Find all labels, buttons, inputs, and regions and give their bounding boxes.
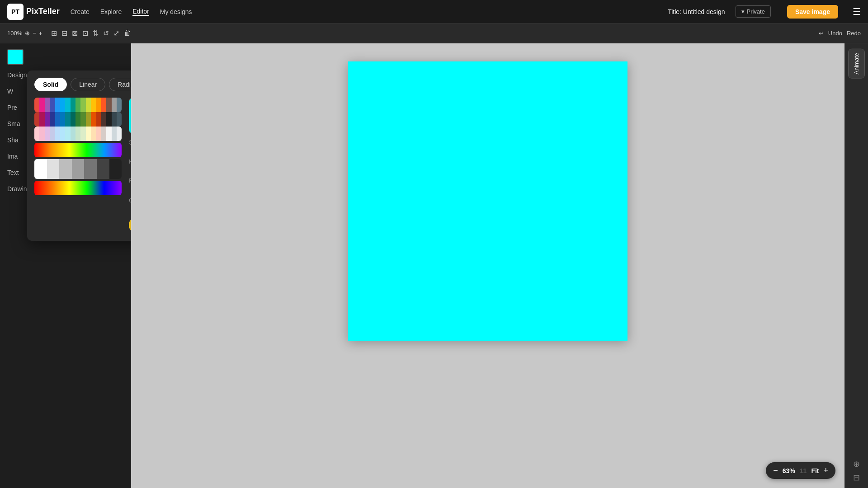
animate-button[interactable]: Animate	[848, 49, 865, 79]
swatch[interactable]	[65, 112, 70, 127]
swatch[interactable]	[39, 112, 44, 127]
swatch[interactable]	[96, 98, 101, 112]
swatch-lgray[interactable]	[47, 159, 60, 179]
swatch[interactable]	[101, 127, 106, 141]
main-toolbar: 100% ⊕ − + ⊞ ⊟ ⊠ ⊡ ⇅ ↺ ⤢ 🗑 ↩ Undo Redo	[0, 23, 868, 43]
zoom-minus-icon[interactable]: −	[33, 30, 36, 37]
swatch[interactable]	[75, 127, 80, 141]
align-left-icon[interactable]: ⊞	[51, 29, 57, 38]
save-button[interactable]: Save image	[787, 5, 838, 19]
swatch[interactable]	[80, 98, 85, 112]
menu-button[interactable]: ☰	[853, 6, 861, 17]
swatch[interactable]	[34, 127, 39, 141]
swatch[interactable]	[86, 112, 91, 127]
sidebar-label-sma: Sma	[7, 120, 20, 127]
swatch[interactable]	[117, 112, 122, 127]
swatch[interactable]	[71, 112, 75, 127]
swatch[interactable]	[101, 112, 106, 127]
align-right-icon[interactable]: ⊠	[72, 29, 78, 38]
swatch[interactable]	[101, 98, 106, 112]
swatch[interactable]	[39, 127, 44, 141]
swatch[interactable]	[65, 98, 70, 112]
design-canvas[interactable]	[348, 61, 627, 341]
swatch[interactable]	[60, 98, 65, 112]
swatch-dgray[interactable]	[84, 159, 97, 179]
flip-icon[interactable]: ⇅	[93, 29, 99, 38]
swatch[interactable]	[112, 127, 117, 141]
swatch[interactable]	[71, 127, 75, 141]
undo-icon[interactable]: ↩	[819, 30, 824, 37]
swatch[interactable]	[45, 127, 50, 141]
swatch-mgray[interactable]	[72, 159, 85, 179]
swatch-vdgray[interactable]	[97, 159, 109, 179]
swatch[interactable]	[106, 127, 111, 141]
swatch[interactable]	[50, 98, 55, 112]
nav-mydesigns[interactable]: My designs	[160, 8, 192, 15]
rotate-icon[interactable]: ↺	[103, 29, 109, 38]
sidebar-label-design: Design	[7, 71, 27, 79]
panel-add-icon[interactable]: ⊕	[853, 459, 860, 469]
swatch[interactable]	[91, 127, 96, 141]
swatch[interactable]	[96, 127, 101, 141]
resize-icon[interactable]: ⤢	[113, 29, 119, 38]
tab-linear[interactable]: Linear	[71, 78, 105, 91]
swatch[interactable]	[50, 127, 55, 141]
picker-body: Simple Advanced HEX R G B	[34, 98, 131, 234]
swatch[interactable]	[75, 112, 80, 127]
swatch[interactable]	[106, 98, 111, 112]
tab-solid[interactable]: Solid	[34, 78, 67, 91]
swatches-panel	[34, 98, 122, 234]
zoom-plus-icon[interactable]: +	[39, 30, 42, 37]
swatch-white[interactable]	[34, 159, 47, 179]
gradient-row-1[interactable]	[34, 143, 122, 157]
swatch[interactable]	[60, 112, 65, 127]
nav-explore[interactable]: Explore	[100, 8, 122, 15]
redo-label[interactable]: Redo	[847, 30, 861, 37]
swatch[interactable]	[80, 127, 85, 141]
swatch[interactable]	[50, 112, 55, 127]
swatch-black[interactable]	[109, 159, 122, 179]
swatch[interactable]	[112, 98, 117, 112]
nav-create[interactable]: Create	[71, 8, 90, 15]
swatch[interactable]	[39, 98, 44, 112]
swatch-gray[interactable]	[59, 159, 72, 179]
swatch[interactable]	[112, 112, 117, 127]
swatch[interactable]	[71, 98, 75, 112]
private-button[interactable]: ▾ Private	[736, 5, 770, 18]
swatch[interactable]	[106, 112, 111, 127]
undo-label[interactable]: Undo	[828, 30, 842, 37]
zoom-out-button[interactable]: −	[773, 466, 778, 475]
swatch[interactable]	[86, 98, 91, 112]
zoom-fit-button[interactable]: Fit	[811, 467, 819, 474]
swatch[interactable]	[45, 98, 50, 112]
swatch[interactable]	[65, 127, 70, 141]
delete-icon[interactable]: 🗑	[124, 29, 131, 38]
swatch[interactable]	[60, 127, 65, 141]
color-swatch-strip[interactable]	[7, 49, 24, 65]
zoom-in-button[interactable]: +	[823, 466, 828, 475]
swatch[interactable]	[91, 112, 96, 127]
swatch[interactable]	[80, 112, 85, 127]
swatch[interactable]	[55, 98, 60, 112]
sidebar-label-w: W	[7, 88, 13, 95]
toolbar-right: ↩ Undo Redo	[819, 30, 861, 37]
swatch[interactable]	[55, 127, 60, 141]
swatch[interactable]	[75, 98, 80, 112]
swatch[interactable]	[34, 98, 39, 112]
swatch[interactable]	[117, 127, 122, 141]
swatch[interactable]	[34, 112, 39, 127]
zoom-separator: 11	[800, 467, 807, 474]
swatch[interactable]	[91, 98, 96, 112]
swatch[interactable]	[86, 127, 91, 141]
distribute-icon[interactable]: ⊡	[82, 29, 88, 38]
panel-layers-icon[interactable]: ⊟	[853, 473, 860, 483]
sidebar-label-sha: Sha	[7, 136, 19, 144]
swatch[interactable]	[55, 112, 60, 127]
swatch[interactable]	[117, 98, 122, 112]
tab-radial[interactable]: Radial	[109, 78, 131, 91]
swatch[interactable]	[96, 112, 101, 127]
swatch[interactable]	[45, 112, 50, 127]
align-center-icon[interactable]: ⊟	[61, 29, 67, 38]
nav-editor[interactable]: Editor	[132, 8, 149, 16]
rainbow-row[interactable]	[34, 181, 122, 195]
